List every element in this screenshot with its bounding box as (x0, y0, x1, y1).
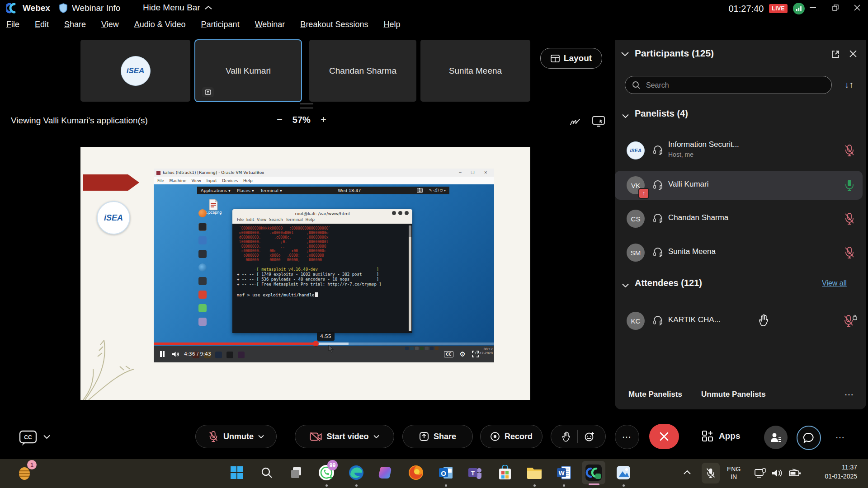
tray-battery-icon[interactable] (788, 468, 801, 478)
taskbar-start-button[interactable] (228, 464, 246, 482)
taskbar-webex-icon[interactable] (585, 464, 603, 482)
attendees-header[interactable]: Attendees (121) (635, 278, 702, 288)
dock-app-icon[interactable] (198, 277, 207, 285)
attendees-chevron-icon[interactable] (622, 283, 629, 287)
menu-share[interactable]: Share (64, 20, 86, 29)
player-settings-icon[interactable]: ⚙ (460, 350, 466, 358)
panelists-header[interactable]: Panelists (4) (635, 108, 688, 119)
video-tile-sunita-meena[interactable]: Sunita Meena (420, 40, 530, 102)
raise-hand-button[interactable] (556, 431, 577, 442)
kali-places-menu[interactable]: Places ▾ (237, 188, 254, 193)
tray-cast-icon[interactable] (754, 468, 766, 479)
taskbar-edge-icon[interactable] (347, 464, 365, 482)
taskbar-photos-icon[interactable] (614, 464, 632, 482)
volume-icon[interactable] (172, 351, 179, 357)
video-tile-valli-kumari[interactable]: Valli Kumari (195, 40, 302, 102)
participant-row-valli-kumari[interactable]: VK ↑ Valli Kumari (615, 171, 863, 200)
kali-applications-menu[interactable]: Applications ▾ (201, 188, 231, 193)
participant-row-sunita-meena[interactable]: SM Sunita Meena (615, 238, 866, 267)
taskbar-outlook-icon[interactable]: O (437, 464, 455, 482)
dock-app-icon[interactable] (198, 250, 207, 258)
chat-toggle-button[interactable] (797, 426, 821, 450)
unmute-button[interactable]: Unmute (195, 425, 277, 448)
dock-terminal-icon[interactable] (198, 223, 207, 231)
menu-audio-video[interactable]: Audio & Video (134, 20, 186, 29)
taskbar-search-button[interactable] (258, 464, 276, 482)
mic-on-icon[interactable] (844, 179, 855, 192)
unmute-panelists-button[interactable]: Unmute Panelists (701, 390, 766, 399)
taskbar-word-icon[interactable]: W (555, 464, 573, 482)
apps-button[interactable]: Apps (702, 430, 741, 442)
menu-view[interactable]: View (101, 20, 119, 29)
webinar-info-button[interactable]: Webinar Info (59, 3, 120, 14)
taskbar-store-icon[interactable] (496, 464, 514, 482)
zoom-out-button[interactable]: − (277, 114, 283, 126)
terminal-scrollbar-thumb[interactable] (409, 225, 411, 237)
tray-expand-chevron-icon[interactable] (684, 470, 691, 474)
remote-control-button[interactable] (591, 115, 607, 128)
tray-volume-icon[interactable] (771, 468, 783, 478)
taskbar-notification-icon[interactable]: 1 (16, 464, 34, 482)
menu-file[interactable]: File (6, 20, 19, 29)
captions-chevron-icon[interactable] (43, 435, 50, 439)
start-video-button[interactable]: Start video (295, 425, 394, 448)
taskbar-task-view-button[interactable] (288, 464, 306, 482)
dock-notes-icon[interactable] (198, 304, 207, 312)
video-tile-host[interactable]: iSEA (80, 40, 190, 102)
unmute-chevron-icon[interactable] (258, 435, 264, 438)
mic-muted-icon[interactable] (844, 212, 855, 225)
panelists-chevron-icon[interactable] (622, 114, 629, 118)
layout-button[interactable]: Layout (540, 48, 602, 69)
mic-muted-icon[interactable] (844, 144, 855, 157)
panel-collapse-chevron-icon[interactable] (621, 52, 629, 56)
zoom-level[interactable]: 57% (292, 115, 311, 125)
record-button[interactable]: Record (480, 425, 542, 448)
pop-out-icon[interactable] (831, 50, 840, 59)
dock-flame-icon[interactable] (198, 291, 207, 299)
taskbar-whatsapp-icon[interactable]: 99 (317, 464, 335, 482)
captions-toggle-button[interactable]: CC (19, 430, 38, 446)
participant-row-kartik[interactable]: KC KARTIK CHA... (615, 306, 866, 335)
pause-button[interactable] (160, 351, 165, 357)
hide-menu-bar-button[interactable]: Hide Menu Bar (143, 3, 212, 13)
kali-terminal-menu[interactable]: Terminal ▾ (260, 188, 282, 193)
more-options-button[interactable]: ⋯ (615, 425, 639, 449)
panel-more-button[interactable]: ⋯ (844, 389, 854, 400)
participants-toggle-button[interactable] (764, 426, 788, 449)
captions-button[interactable]: CC (444, 351, 453, 357)
dock-app-icon[interactable] (198, 263, 207, 272)
start-video-chevron-icon[interactable] (373, 435, 379, 438)
mute-panelists-button[interactable]: Mute Panelists (628, 390, 682, 399)
restore-button[interactable] (826, 0, 845, 15)
close-button[interactable] (847, 0, 867, 15)
menu-participant[interactable]: Participant (201, 20, 240, 29)
terminal-scrollbar[interactable] (409, 225, 411, 331)
mic-muted-locked-icon[interactable] (844, 314, 857, 327)
participant-row-chandan-sharma[interactable]: CS Chandan Sharma (615, 204, 866, 233)
search-input[interactable] (645, 77, 828, 94)
taskbar-file-explorer-icon[interactable] (525, 464, 543, 482)
view-all-link[interactable]: View all (822, 279, 847, 287)
share-button[interactable]: Share (402, 425, 473, 448)
terminal-window-buttons[interactable] (392, 211, 409, 215)
taskbar-teams-icon[interactable]: T (466, 464, 484, 482)
dock-browser-icon[interactable] (198, 209, 207, 217)
video-seek-bar[interactable] (154, 343, 494, 345)
annotate-button[interactable] (569, 116, 582, 127)
menu-help[interactable]: Help (383, 20, 400, 29)
panel-close-icon[interactable] (849, 50, 857, 58)
participant-search[interactable] (625, 76, 832, 94)
controlbar-overflow-button[interactable]: ⋯ (835, 432, 845, 443)
leave-meeting-button[interactable] (649, 424, 679, 449)
reactions-button[interactable] (578, 431, 601, 442)
stage-resize-handle[interactable] (300, 103, 313, 108)
playing-video[interactable]: kalios (httrack1) [Running] - Oracle VM … (154, 169, 494, 362)
participant-row-host[interactable]: iSEA Information Securit... Host, me (615, 136, 866, 165)
minimize-button[interactable] (803, 0, 823, 15)
menu-breakout-sessions[interactable]: Breakout Sessions (300, 20, 368, 29)
dock-files-icon[interactable] (198, 236, 207, 244)
mic-muted-icon[interactable] (844, 246, 855, 259)
taskbar-firefox-icon[interactable] (407, 464, 425, 482)
menu-webinar[interactable]: Webinar (255, 20, 285, 29)
dock-docs-icon[interactable] (198, 318, 207, 326)
